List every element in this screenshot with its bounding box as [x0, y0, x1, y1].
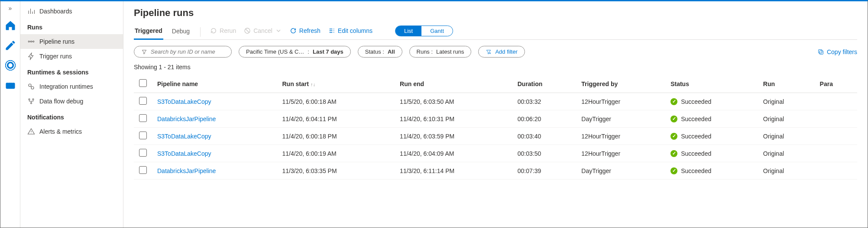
select-all-checkbox[interactable]: [139, 79, 147, 87]
pipeline-name-link[interactable]: S3ToDataLakeCopy: [152, 128, 277, 145]
cell-run-end: 11/5/20, 6:03:50 AM: [395, 93, 512, 110]
home-icon[interactable]: [4, 19, 16, 32]
cell-duration: 00:03:50: [512, 145, 577, 162]
pipeline-name-link[interactable]: S3ToDataLakeCopy: [152, 93, 277, 110]
icon-rail: »: [0, 1, 20, 228]
tab-debug[interactable]: Debug: [171, 25, 191, 39]
copy-icon: [817, 48, 824, 55]
success-icon: ✓: [670, 167, 677, 174]
pipeline-name-link[interactable]: DatabricksJarPipeline: [152, 110, 277, 128]
filter-label: Pacific Time (US & C…: [246, 48, 304, 55]
sidebar-header-notifications: Notifications: [20, 109, 123, 124]
author-icon[interactable]: [4, 39, 16, 51]
pipeline-name-link[interactable]: S3ToDataLakeCopy: [152, 145, 277, 162]
runs-table: Pipeline name Run start↑↓ Run end Durati…: [134, 75, 857, 180]
divider: [200, 27, 201, 37]
row-checkbox[interactable]: [139, 132, 147, 139]
sidebar-header-runs: Runs: [20, 19, 123, 34]
col-duration[interactable]: Duration: [512, 75, 577, 93]
sidebar-header-runtimes: Runtimes & sessions: [20, 64, 123, 79]
filter-value: Last 7 days: [313, 48, 343, 55]
refresh-button[interactable]: Refresh: [290, 27, 321, 37]
table-row: DatabricksJarPipeline11/4/20, 6:04:11 PM…: [134, 110, 857, 128]
main-content: Pipeline runs Triggered Debug Rerun Canc…: [123, 1, 868, 228]
monitor-icon[interactable]: [4, 59, 16, 71]
sidebar-item-pipeline-runs[interactable]: Pipeline runs: [20, 34, 123, 49]
alert-icon: [27, 128, 35, 135]
action-label: Cancel: [253, 27, 272, 34]
sidebar-item-integration-runtimes[interactable]: Integration runtimes: [20, 79, 123, 94]
success-icon: ✓: [670, 116, 677, 122]
svg-point-5: [33, 41, 34, 42]
svg-point-7: [31, 87, 34, 89]
filter-label: Runs :: [417, 48, 433, 55]
search-input[interactable]: [151, 48, 224, 55]
table-row: S3ToDataLakeCopy11/5/20, 6:00:18 AM11/5/…: [134, 93, 857, 110]
sidebar-item-trigger-runs[interactable]: Trigger runs: [20, 49, 123, 64]
cell-params: [815, 93, 857, 110]
row-checkbox[interactable]: [139, 97, 147, 105]
action-label: Edit columns: [338, 27, 372, 34]
cell-run: Original: [758, 110, 815, 128]
status-label: Succeeded: [681, 150, 711, 157]
cell-run-start: 11/4/20, 6:04:11 PM: [277, 110, 395, 128]
cell-params: [815, 162, 857, 180]
sidebar-item-alerts-metrics[interactable]: Alerts & metrics: [20, 124, 123, 139]
cell-triggered-by: 12HourTrigger: [576, 145, 665, 162]
rerun-icon: [210, 27, 217, 34]
success-icon: ✓: [670, 133, 677, 140]
cell-triggered-by: 12HourTrigger: [576, 128, 665, 145]
pipeline-name-link[interactable]: DatabricksJarPipeline: [152, 162, 277, 180]
cell-run-end: 11/4/20, 6:03:59 PM: [395, 128, 512, 145]
sidebar-item-dashboards[interactable]: Dashboards: [20, 4, 123, 19]
col-status[interactable]: Status: [665, 75, 758, 93]
manage-icon[interactable]: [4, 79, 16, 91]
action-label: Rerun: [220, 27, 236, 34]
svg-point-9: [32, 99, 34, 100]
col-run-start[interactable]: Run start↑↓: [277, 75, 395, 93]
cell-triggered-by: DayTrigger: [576, 162, 665, 180]
table-header-row: Pipeline name Run start↑↓ Run end Durati…: [134, 75, 857, 93]
edit-columns-button[interactable]: Edit columns: [328, 27, 372, 37]
success-icon: ✓: [670, 150, 677, 157]
status-filter[interactable]: Status : All: [358, 46, 402, 58]
svg-point-6: [29, 84, 31, 87]
tab-triggered[interactable]: Triggered: [134, 25, 163, 40]
col-params[interactable]: Para: [815, 75, 857, 93]
sidebar-label: Integration runtimes: [39, 83, 93, 90]
app-root: » Dashboards Runs Pipeline runs Trigger …: [0, 0, 868, 228]
cell-run-start: 11/4/20, 6:00:18 PM: [277, 128, 395, 145]
col-run-end[interactable]: Run end: [395, 75, 512, 93]
expand-rail-button[interactable]: »: [9, 5, 12, 12]
runs-filter[interactable]: Runs : Latest runs: [409, 46, 472, 58]
col-run[interactable]: Run: [758, 75, 815, 93]
add-filter-button[interactable]: Add filter: [478, 46, 525, 58]
sidebar: Dashboards Runs Pipeline runs Trigger ru…: [20, 1, 123, 228]
view-toggle-list[interactable]: List: [395, 26, 421, 36]
col-pipeline-name[interactable]: Pipeline name: [152, 75, 277, 93]
cell-run: Original: [758, 128, 815, 145]
cancel-icon: [244, 27, 251, 34]
row-checkbox[interactable]: [139, 166, 147, 174]
timezone-filter[interactable]: Pacific Time (US & C… : Last 7 days: [239, 46, 351, 58]
sidebar-item-data-flow-debug[interactable]: Data flow debug: [20, 94, 123, 109]
copy-filters-button[interactable]: Copy filters: [817, 48, 857, 55]
action-label: Refresh: [299, 27, 321, 34]
chevron-down-icon: [275, 27, 282, 34]
add-filter-icon: [486, 49, 492, 55]
cell-duration: 00:03:32: [512, 93, 577, 110]
search-pill[interactable]: [134, 46, 232, 58]
cell-status: ✓Succeeded: [665, 93, 758, 110]
cell-status: ✓Succeeded: [665, 145, 758, 162]
sidebar-label: Data flow debug: [39, 98, 83, 105]
view-toggle-gantt[interactable]: Gantt: [421, 26, 453, 36]
rerun-button: Rerun: [210, 27, 236, 37]
svg-point-10: [31, 103, 32, 104]
row-checkbox[interactable]: [139, 149, 147, 157]
row-checkbox[interactable]: [139, 114, 147, 122]
svg-point-1: [9, 64, 12, 67]
col-triggered-by[interactable]: Triggered by: [576, 75, 665, 93]
filter-value: Latest runs: [436, 48, 464, 55]
cell-triggered-by: 12HourTrigger: [576, 93, 665, 110]
svg-point-8: [29, 99, 30, 100]
